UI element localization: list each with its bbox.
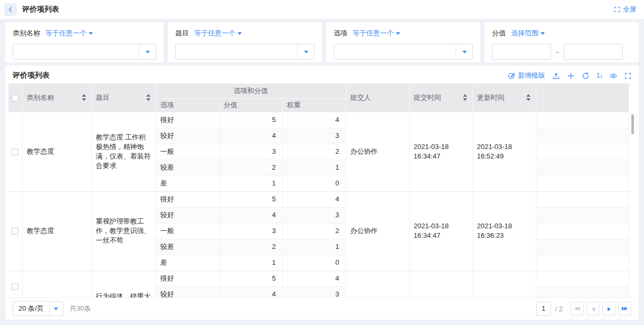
option-cell: 较好: [156, 207, 219, 223]
filter-option-select[interactable]: [334, 44, 473, 60]
table-fullscreen-icon[interactable]: [624, 72, 631, 79]
weight-cell: 3: [282, 128, 346, 144]
empty-cell: [536, 286, 629, 298]
filter-question-operator[interactable]: 等于任意一个: [194, 29, 242, 38]
sort-icon[interactable]: [463, 94, 468, 101]
refresh-icon[interactable]: [582, 72, 590, 80]
update-time-cell: 2021-03-18 16:52:49: [472, 112, 536, 191]
next-page-button[interactable]: [602, 302, 615, 315]
score-cell: 4: [219, 286, 282, 298]
row-checkbox[interactable]: [12, 283, 18, 290]
double-chevron-right-icon: [622, 307, 628, 311]
edit-template-icon: [508, 72, 516, 80]
filter-question-select[interactable]: [175, 44, 315, 60]
select-all-checkbox[interactable]: [12, 95, 18, 101]
back-button[interactable]: [4, 3, 17, 16]
add-icon[interactable]: [567, 72, 575, 80]
weight-cell: 3: [282, 286, 346, 298]
weight-cell: 1: [282, 160, 346, 175]
col-category[interactable]: 类别名称: [22, 83, 91, 112]
filter-question-caret[interactable]: [297, 44, 314, 59]
score-cell: 5: [219, 112, 282, 128]
option-cell: 较好: [156, 128, 219, 144]
question-cell: 教学态度 工作积极热情，精神饱满，仪表、着装符合要求: [91, 112, 156, 191]
empty-cell: [536, 239, 629, 255]
sort-order-icon[interactable]: 1↓: [596, 72, 602, 79]
filter-option-caret[interactable]: [456, 44, 472, 59]
score-cell: 2: [219, 239, 282, 255]
empty-cell: [536, 144, 629, 160]
weight-cell: 2: [282, 223, 346, 239]
col-submitter: 提交人: [346, 83, 409, 112]
option-cell: 很好: [156, 271, 219, 286]
page-size-select[interactable]: 20 条/页: [13, 301, 63, 316]
table-row: 教学态度重视护理带教工作，教学意识强、一丝不苟很好54办公协作2021-03-1…: [8, 191, 629, 207]
col-score: 分值: [219, 98, 282, 112]
filter-score-max-input[interactable]: [564, 44, 623, 60]
total-count: 共30条: [70, 304, 91, 313]
sort-icon[interactable]: [146, 94, 151, 101]
option-cell: 一般: [156, 223, 219, 239]
table-body: 教学态度教学态度 工作积极热情，精神饱满，仪表、着装符合要求很好54办公协作20…: [8, 112, 629, 298]
filter-category-input[interactable]: [13, 44, 139, 59]
first-page-button[interactable]: [571, 302, 584, 315]
filter-score-operator[interactable]: 选择范围: [511, 29, 545, 38]
fullscreen-button[interactable]: 全屏: [614, 5, 637, 14]
fullscreen-icon: [614, 6, 620, 13]
vertical-scrollbar[interactable]: [631, 114, 634, 134]
option-cell: 很好: [156, 112, 219, 128]
list-card: 评价项列表 新增模版 1↓: [5, 66, 639, 320]
empty-cell: [536, 223, 629, 239]
export-icon[interactable]: [552, 72, 560, 80]
option-cell: 差: [156, 175, 219, 191]
option-cell: 一般: [156, 144, 219, 160]
new-template-button[interactable]: 新增模版: [508, 71, 545, 80]
score-cell: 4: [219, 207, 282, 223]
filter-category-operator[interactable]: 等于任意一个: [45, 29, 93, 38]
col-submit-time[interactable]: 提交时间: [409, 83, 472, 112]
score-cell: 5: [219, 271, 282, 286]
column-visibility-icon[interactable]: [609, 72, 618, 80]
sort-icon[interactable]: [82, 94, 87, 101]
range-separator: ~: [555, 48, 560, 56]
empty-cell: [536, 160, 629, 175]
current-page-input[interactable]: 1: [536, 302, 551, 315]
row-checkbox[interactable]: [12, 148, 18, 155]
score-cell: 1: [219, 255, 282, 271]
filter-category-label: 类别名称: [13, 29, 40, 38]
total-pages: / 2: [555, 305, 563, 313]
col-question[interactable]: 题目: [91, 83, 156, 112]
col-options-group: 选项和分值: [156, 83, 346, 98]
filter-score-min-input[interactable]: [492, 44, 551, 60]
weight-cell: 3: [282, 207, 346, 223]
table-row: 行为得体，稳重大很好54: [8, 271, 629, 286]
caret-down-icon: [541, 32, 545, 35]
question-cell: 重视护理带教工作，教学意识强、一丝不苟: [91, 191, 156, 271]
filter-option-operator[interactable]: 等于任意一个: [353, 29, 400, 38]
filter-category-caret[interactable]: [139, 44, 156, 59]
fullscreen-label: 全屏: [623, 5, 637, 14]
filter-option-input[interactable]: [334, 44, 456, 59]
prev-page-button[interactable]: [586, 302, 600, 315]
score-cell: 3: [219, 223, 282, 239]
submit-time-cell: [409, 271, 472, 298]
caret-down-icon: [54, 308, 58, 310]
weight-cell: 0: [282, 255, 346, 271]
score-cell: 1: [219, 175, 282, 191]
submitter-cell: 办公协作: [346, 191, 409, 271]
filter-question-label: 题目: [175, 29, 189, 38]
filter-bar: 类别名称 等于任意一个 题目 等于任意一个 选项 等于任意一个: [5, 22, 639, 62]
table-container: 类别名称 题目 选项和分值 提交人 提交时间 更新时间: [8, 83, 636, 298]
page-size-caret[interactable]: [49, 302, 63, 315]
col-update-time[interactable]: 更新时间: [472, 83, 536, 112]
last-page-button[interactable]: [618, 302, 631, 315]
filter-question-input[interactable]: [176, 44, 297, 59]
filter-category-select[interactable]: [13, 44, 156, 60]
page-title: 评价项列表: [22, 5, 59, 14]
score-cell: 3: [219, 144, 282, 160]
sort-icon[interactable]: [526, 94, 532, 101]
table-toolbar: 新增模版 1↓: [508, 71, 631, 80]
empty-cell: [536, 191, 629, 207]
col-option: 选项: [156, 98, 219, 112]
row-checkbox[interactable]: [12, 228, 18, 235]
